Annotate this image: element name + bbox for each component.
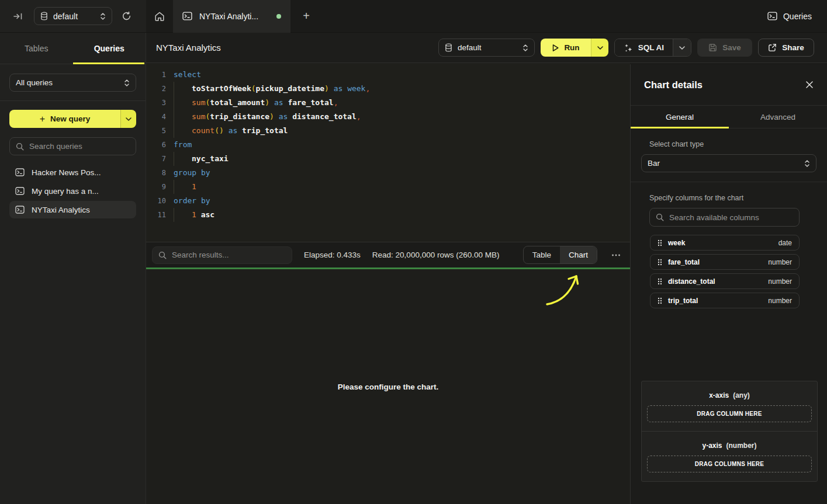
chart-type-select[interactable]: Bar bbox=[641, 154, 816, 172]
sidebar-tab-queries[interactable]: Queries bbox=[73, 33, 146, 64]
chart-view-button[interactable]: Chart bbox=[560, 246, 597, 263]
run-database-value: default bbox=[458, 43, 517, 52]
code-line[interactable]: 4sum(trip_distance) as distance_total, bbox=[150, 110, 630, 124]
code-line[interactable]: 2toStartOfWeek(pickup_datetime) as week, bbox=[150, 82, 630, 96]
database-icon bbox=[445, 43, 452, 52]
sidebar-tab-tables[interactable]: Tables bbox=[0, 33, 73, 64]
home-button[interactable] bbox=[146, 0, 173, 33]
query-search[interactable] bbox=[9, 137, 136, 155]
results-search[interactable] bbox=[152, 246, 292, 264]
sql-ai-dropdown[interactable] bbox=[673, 39, 691, 56]
sql-console-app: default NYTaxi Analyti... + Queries bbox=[0, 0, 827, 504]
new-query-main[interactable]: + New query bbox=[9, 110, 120, 128]
more-options-button[interactable] bbox=[611, 254, 621, 256]
play-icon bbox=[552, 44, 559, 52]
new-query-dropdown[interactable] bbox=[120, 110, 136, 128]
results-toolbar: Elapsed: 0.433s Read: 20,000,000 rows (2… bbox=[146, 242, 630, 267]
run-button[interactable]: Run bbox=[541, 39, 608, 57]
sql-ai-button[interactable]: SQL AI bbox=[614, 39, 691, 57]
column-row[interactable]: fare_totalnumber bbox=[650, 254, 800, 270]
line-number: 4 bbox=[150, 110, 166, 124]
code-line[interactable]: 6from bbox=[150, 138, 630, 152]
queries-top-button[interactable]: Queries bbox=[767, 12, 812, 21]
y-axis-label: y-axis bbox=[702, 442, 722, 450]
main-area: 1select2toStartOfWeek(pickup_datetime) a… bbox=[146, 63, 630, 504]
query-item-label: NYTaxi Analytics bbox=[32, 206, 90, 214]
tab-general[interactable]: General bbox=[631, 106, 729, 128]
sql-ai-main[interactable]: SQL AI bbox=[615, 39, 673, 56]
x-axis-label: x-axis bbox=[709, 391, 729, 399]
run-database-selector[interactable]: default bbox=[438, 39, 535, 57]
column-row[interactable]: distance_totalnumber bbox=[650, 273, 800, 289]
columns-list: weekdatefare_totalnumberdistance_totalnu… bbox=[650, 235, 800, 308]
column-name: trip_total bbox=[668, 297, 698, 305]
code-line[interactable]: 10order by bbox=[150, 194, 630, 208]
refresh-button[interactable] bbox=[122, 11, 132, 21]
sql-editor[interactable]: 1select2toStartOfWeek(pickup_datetime) a… bbox=[146, 63, 630, 242]
database-selector[interactable]: default bbox=[34, 7, 112, 25]
drag-handle-icon bbox=[658, 297, 662, 304]
editor-tab[interactable]: NYTaxi Analyti... bbox=[173, 0, 290, 33]
code-line[interactable]: 5count() as trip_total bbox=[150, 124, 630, 138]
run-label: Run bbox=[564, 43, 579, 52]
chart-empty-message: Please configure the chart. bbox=[146, 383, 630, 391]
elapsed-time: Elapsed: 0.433s bbox=[304, 251, 361, 259]
panel-content: Select chart type Bar Specify columns fo… bbox=[631, 140, 827, 308]
share-button[interactable]: Share bbox=[758, 39, 814, 57]
query-list-item[interactable]: Hacker News Pos... bbox=[9, 164, 136, 181]
query-search-input[interactable] bbox=[29, 142, 130, 151]
column-name: week bbox=[668, 239, 685, 247]
queries-icon bbox=[767, 12, 777, 20]
database-icon bbox=[40, 12, 48, 20]
query-list-item[interactable]: NYTaxi Analytics bbox=[9, 201, 136, 218]
x-axis-type: (any) bbox=[733, 391, 750, 399]
table-view-button[interactable]: Table bbox=[524, 246, 560, 263]
chevron-up-down-icon bbox=[523, 44, 528, 52]
query-list-item[interactable]: My query has a n... bbox=[9, 182, 136, 200]
chevron-up-down-icon bbox=[124, 79, 130, 87]
column-type: number bbox=[768, 297, 792, 305]
x-axis-dropzone[interactable]: DRAG COLUMN HERE bbox=[647, 405, 812, 422]
header-actions: default Run SQL AI bbox=[438, 39, 814, 57]
y-axis-dropzone[interactable]: DRAG COLUMNS HERE bbox=[647, 456, 812, 472]
run-main[interactable]: Run bbox=[541, 39, 591, 57]
code-line[interactable]: 111 asc bbox=[150, 208, 630, 222]
results-search-input[interactable] bbox=[172, 251, 286, 259]
page-title: NYTaxi Analytics bbox=[156, 43, 221, 53]
tab-advanced[interactable]: Advanced bbox=[729, 106, 827, 128]
close-panel-button[interactable] bbox=[805, 81, 814, 89]
chevron-down-icon bbox=[126, 117, 132, 121]
columns-label: Specify columns for the chart bbox=[641, 194, 816, 202]
query-icon bbox=[15, 187, 25, 195]
query-tab-icon bbox=[182, 12, 192, 20]
sql-ai-label: SQL AI bbox=[638, 43, 664, 52]
code-line[interactable]: 3sum(total_amount) as fare_total, bbox=[150, 96, 630, 110]
line-number: 6 bbox=[150, 138, 166, 152]
line-number: 1 bbox=[150, 68, 166, 82]
columns-search[interactable] bbox=[649, 208, 800, 227]
code-line[interactable]: 1select bbox=[150, 68, 630, 82]
close-icon bbox=[805, 81, 814, 89]
query-filter-select[interactable]: All queries bbox=[9, 74, 136, 92]
column-type: number bbox=[768, 277, 792, 286]
columns-search-input[interactable] bbox=[669, 213, 793, 222]
query-item-label: Hacker News Pos... bbox=[32, 168, 101, 177]
new-query-button[interactable]: + New query bbox=[9, 110, 136, 128]
collapse-sidebar-button[interactable] bbox=[13, 12, 23, 20]
chart-details-panel: Chart details General Advanced Select ch… bbox=[630, 64, 827, 504]
chart-canvas: Please configure the chart. bbox=[146, 267, 630, 504]
column-row[interactable]: trip_totalnumber bbox=[650, 293, 800, 308]
query-item-label: My query has a n... bbox=[32, 187, 99, 196]
more-dots-icon bbox=[611, 254, 621, 256]
code-line[interactable]: 7nyc_taxi bbox=[150, 152, 630, 166]
chevron-up-down-icon bbox=[100, 12, 106, 20]
new-tab-button[interactable]: + bbox=[297, 8, 315, 25]
line-number: 5 bbox=[150, 124, 166, 138]
sparkles-icon bbox=[624, 43, 633, 53]
code-line[interactable]: 8group by bbox=[150, 166, 630, 180]
save-icon bbox=[708, 43, 717, 52]
save-button[interactable]: Save bbox=[697, 39, 752, 57]
column-row[interactable]: weekdate bbox=[650, 235, 800, 251]
run-dropdown[interactable] bbox=[591, 39, 608, 57]
code-line[interactable]: 91 bbox=[150, 180, 630, 194]
